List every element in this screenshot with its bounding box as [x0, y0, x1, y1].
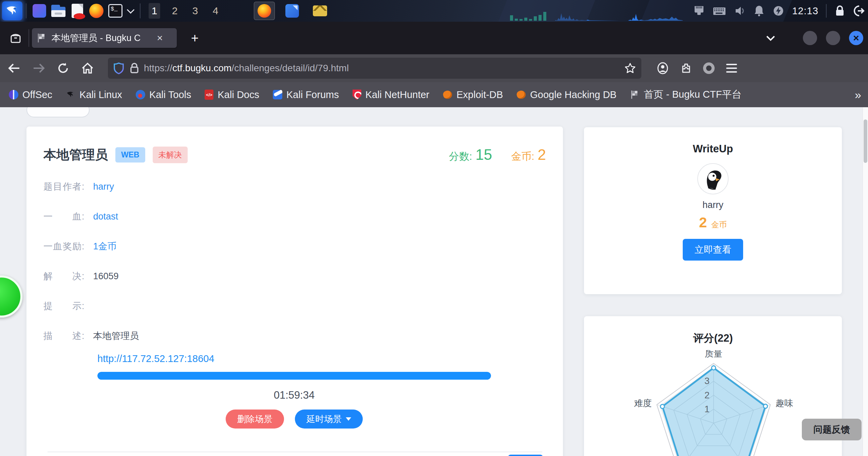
firefox-view-button[interactable]	[5, 27, 26, 49]
bookmark-label: OffSec	[22, 89, 52, 100]
svg-text:质量: 质量	[705, 350, 722, 359]
forward-button[interactable]	[29, 58, 49, 78]
delete-scene-button[interactable]: 删除场景	[226, 410, 284, 429]
bookmark-label: 首页 - Bugku CTF平台	[644, 88, 741, 101]
bookmark-google-hacking-db[interactable]: Google Hacking DB	[516, 89, 617, 100]
bookmarks-bar: OffSec Kali Linux Kali Tools </> Kali Do…	[0, 82, 868, 107]
nav-right-icons	[656, 62, 738, 75]
bookmark-offsec[interactable]: OffSec	[9, 89, 52, 100]
firefox-view-icon	[9, 31, 22, 45]
mail-window-icon	[313, 5, 327, 16]
maximize-button[interactable]	[826, 31, 840, 45]
bookmark-star-button[interactable]	[624, 62, 636, 74]
kali-menu-button[interactable]	[2, 1, 22, 20]
taskbar-files-button[interactable]	[282, 2, 303, 20]
exploit-db-bug-icon	[442, 90, 453, 100]
scene-time-progressbar	[97, 372, 491, 380]
terminal-button[interactable]: $_	[106, 1, 125, 20]
svg-text:2: 2	[704, 390, 710, 400]
file-manager-icon	[51, 5, 65, 17]
reload-button[interactable]	[53, 58, 73, 78]
writeup-author[interactable]: harry	[584, 200, 842, 210]
svg-text:难度: 难度	[634, 398, 652, 408]
workspace-2[interactable]: 2	[169, 3, 181, 19]
panel-separator	[826, 4, 827, 18]
challenge-status-badge: 未解决	[153, 147, 188, 163]
taskbar-mail-button[interactable]	[309, 2, 331, 20]
bookmark-kali-forums[interactable]: Kali Forums	[273, 89, 339, 100]
view-writeup-button[interactable]: 立即查看	[683, 239, 743, 261]
extension-badge-icon[interactable]	[703, 62, 715, 74]
tab-close-button[interactable]: ×	[154, 32, 166, 44]
workspace-1[interactable]: 1	[149, 3, 160, 19]
url-domain: ctf.bugku.com	[172, 63, 231, 73]
workspace-switcher: 1 2 3 4	[149, 3, 221, 19]
scene-section: http://117.72.52.127:18604 01:59:34 删除场景…	[97, 353, 491, 429]
file-manager-button[interactable]	[49, 1, 68, 20]
terminal-dropdown[interactable]	[125, 1, 136, 20]
first-blood-link[interactable]: dotast	[93, 211, 118, 222]
lock-screen-icon[interactable]	[834, 5, 846, 17]
svg-text:3: 3	[704, 376, 710, 386]
menu-button[interactable]	[725, 63, 738, 73]
chevron-down-icon	[127, 6, 135, 14]
bookmark-kali-docs[interactable]: </> Kali Docs	[205, 89, 259, 100]
bookmark-exploit-db[interactable]: Exploit-DB	[443, 89, 503, 100]
clock[interactable]: 12:13	[792, 5, 818, 17]
browser-tab[interactable]: 本地管理员 - Bugku C ×	[32, 28, 177, 48]
field-description: 描述: 本地管理员	[43, 330, 546, 342]
extend-scene-button[interactable]: 延时场景	[295, 410, 363, 429]
workspace-4[interactable]: 4	[210, 3, 221, 19]
bookmark-kali-tools[interactable]: Kali Tools	[136, 89, 191, 100]
kali-docs-icon: </>	[205, 90, 213, 100]
window-close-button[interactable]: ×	[849, 31, 863, 45]
scene-url-link[interactable]: http://117.72.52.127:18604	[97, 353, 214, 364]
text-editor-button[interactable]	[68, 1, 87, 20]
taskbar-firefox-button[interactable]	[254, 2, 275, 20]
writeup-coin-unit: 金币	[711, 220, 727, 229]
bookmark-label: Kali Docs	[218, 89, 259, 100]
forward-arrow-icon	[32, 63, 45, 73]
svg-text:趣味: 趣味	[776, 398, 793, 408]
logout-icon[interactable]	[853, 5, 865, 17]
writeup-coins: 2 金币	[584, 214, 842, 231]
account-button[interactable]	[656, 62, 669, 75]
floating-green-widget[interactable]	[0, 276, 22, 318]
url-bar[interactable]: https://ctf.bugku.com/challenges/detail/…	[108, 58, 641, 79]
back-button[interactable]	[4, 58, 24, 78]
reward-link[interactable]: 1金币	[93, 240, 117, 252]
bookmark-bugku-home[interactable]: 首页 - Bugku CTF平台	[630, 88, 741, 101]
partial-blue-button[interactable]	[508, 455, 543, 456]
home-button[interactable]	[77, 58, 98, 78]
tab-title: 本地管理员 - Bugku C	[52, 32, 153, 44]
list-all-tabs-button[interactable]	[765, 34, 776, 42]
workspace-3[interactable]: 3	[189, 3, 201, 19]
author-link[interactable]: harry	[93, 182, 114, 192]
back-to-list-pill-partial[interactable]	[26, 107, 90, 117]
firefox-icon	[258, 4, 271, 18]
ghdb-bug-icon	[516, 90, 527, 100]
solved-count: 16059	[93, 271, 119, 282]
text-editor-icon	[72, 4, 83, 18]
bookmarks-overflow-button[interactable]: »	[855, 88, 861, 101]
window-app-button[interactable]	[30, 1, 49, 20]
bookmark-kali-nethunter[interactable]: Kali NetHunter	[353, 89, 430, 100]
bookmark-kali-linux[interactable]: Kali Linux	[66, 89, 122, 100]
score-value: 15	[475, 146, 492, 163]
minimize-button[interactable]	[803, 31, 817, 45]
extensions-button[interactable]	[680, 62, 692, 74]
feedback-button[interactable]: 问题反馈	[802, 419, 862, 440]
page-scrollbar[interactable]	[863, 107, 868, 456]
bookmark-label: Exploit-DB	[456, 89, 503, 100]
firefox-launcher-button[interactable]	[87, 1, 106, 20]
coin-label: 金币:	[511, 150, 534, 164]
terminal-icon: $_	[108, 4, 122, 18]
url-path: /challenges/detail/id/79.html	[231, 63, 349, 73]
avatar[interactable]	[697, 163, 729, 194]
bookmark-label: Google Hacking DB	[530, 89, 617, 100]
new-tab-button[interactable]: +	[186, 29, 204, 47]
tracking-shield-icon	[113, 62, 124, 74]
scrollbar-thumb[interactable]	[864, 119, 867, 163]
coin-value: 2	[538, 146, 546, 163]
score-group: 分数: 15 金币: 2	[449, 146, 546, 164]
